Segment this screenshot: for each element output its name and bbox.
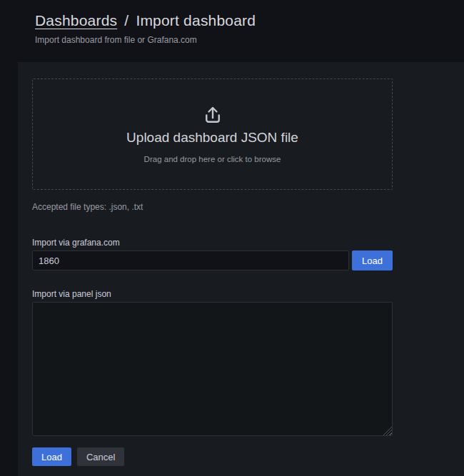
breadcrumb-dashboards-link[interactable]: Dashboards — [35, 12, 117, 29]
dropzone-hint: Drag and drop here or click to browse — [144, 155, 281, 163]
page-title: Dashboards / Import dashboard — [35, 12, 464, 29]
grafana-com-load-button[interactable]: Load — [352, 250, 393, 270]
grafana-com-label: Import via grafana.com — [32, 238, 393, 248]
grafana-com-input[interactable] — [32, 250, 349, 270]
breadcrumb-current: Import dashboard — [136, 12, 256, 29]
breadcrumb-separator: / — [124, 12, 128, 29]
upload-icon — [202, 105, 223, 126]
cancel-button[interactable]: Cancel — [77, 447, 124, 466]
load-button[interactable]: Load — [32, 447, 71, 466]
upload-dropzone[interactable]: Upload dashboard JSON file Drag and drop… — [32, 79, 393, 190]
panel-json-label: Import via panel json — [32, 289, 393, 299]
panel-json-textarea[interactable] — [32, 302, 393, 436]
import-panel: Upload dashboard JSON file Drag and drop… — [18, 62, 464, 476]
grafana-com-section: Import via grafana.com Load — [32, 238, 393, 270]
page-header: Dashboards / Import dashboard Import das… — [0, 0, 464, 62]
accepted-file-types: Accepted file types: .json, .txt — [32, 202, 393, 212]
panel-json-section: Import via panel json — [32, 289, 393, 436]
dropzone-title: Upload dashboard JSON file — [126, 130, 298, 146]
page-subtitle: Import dashboard from file or Grafana.co… — [35, 35, 464, 45]
footer-actions: Load Cancel — [32, 447, 393, 466]
